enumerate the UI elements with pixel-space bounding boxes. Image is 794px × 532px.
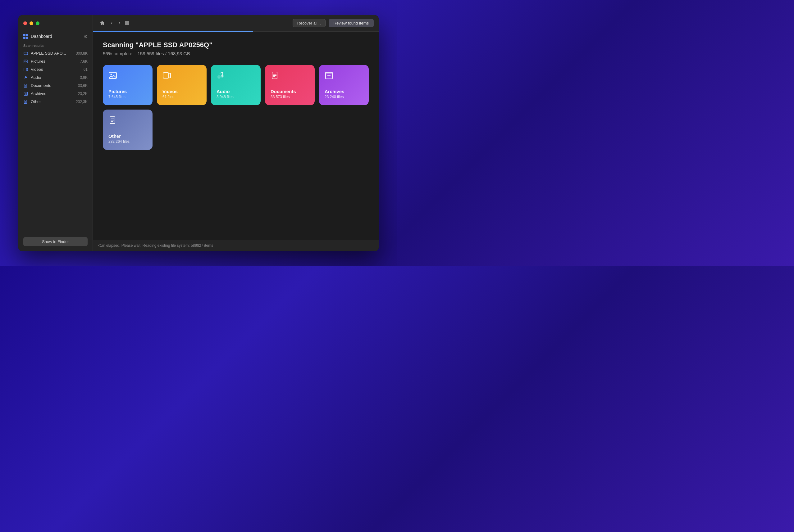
sidebar-item-audio[interactable]: Audio 3,9K bbox=[18, 74, 93, 82]
sidebar-item-count: 61 bbox=[84, 68, 88, 72]
card-name: Videos bbox=[163, 89, 201, 94]
svg-point-1 bbox=[27, 53, 27, 54]
spinner-icon: ⊛ bbox=[84, 34, 88, 39]
show-in-finder-button[interactable]: Show in Finder bbox=[23, 237, 88, 246]
sidebar-item-count: 33,6K bbox=[78, 83, 88, 88]
card-count: 33 573 files bbox=[271, 95, 309, 99]
svg-rect-4 bbox=[24, 68, 27, 71]
sidebar-item-name: Audio bbox=[31, 75, 41, 80]
dashboard-icon bbox=[23, 34, 28, 39]
svg-point-3 bbox=[25, 60, 25, 61]
svg-point-22 bbox=[218, 76, 220, 78]
card-audio[interactable]: Audio 3 948 files bbox=[211, 65, 261, 105]
audio-icon bbox=[23, 75, 28, 80]
forward-button[interactable]: › bbox=[117, 19, 122, 27]
pictures-icon bbox=[23, 59, 28, 64]
sidebar-item-pictures[interactable]: Pictures 7,6K bbox=[18, 57, 93, 65]
sidebar: Dashboard ⊛ Scan results APPLE SSD APO..… bbox=[18, 15, 93, 251]
sidebar-bottom: Show in Finder bbox=[18, 232, 93, 251]
pictures-card-icon bbox=[108, 71, 147, 82]
dashboard-row[interactable]: Dashboard ⊛ bbox=[18, 31, 93, 41]
card-count: 23 240 files bbox=[325, 95, 363, 99]
svg-rect-19 bbox=[109, 72, 116, 78]
minimize-button[interactable] bbox=[30, 21, 33, 25]
card-count: 232 264 files bbox=[108, 139, 147, 144]
other-card-icon bbox=[108, 116, 147, 127]
toolbar: ‹ › Recover all... Review found items bbox=[93, 15, 379, 31]
review-found-items-button[interactable]: Review found items bbox=[329, 19, 374, 27]
dashboard-label: Dashboard bbox=[31, 34, 52, 39]
recover-all-button[interactable]: Recover all... bbox=[293, 19, 326, 27]
scan-subtitle: 56% complete – 159 559 files / 168,93 GB bbox=[103, 51, 369, 56]
sidebar-item-other[interactable]: Other 232,3K bbox=[18, 98, 93, 106]
sidebar-item-name: Documents bbox=[31, 83, 51, 88]
other-icon bbox=[23, 99, 28, 104]
card-other[interactable]: Other 232 264 files bbox=[103, 110, 152, 150]
card-name: Archives bbox=[325, 89, 363, 94]
status-text: <1m elapsed. Please wait. Reading existi… bbox=[98, 243, 213, 248]
scan-results-label: Scan results bbox=[18, 44, 93, 48]
svg-point-6 bbox=[26, 77, 27, 78]
card-archives[interactable]: Archives 23 240 files bbox=[319, 65, 369, 105]
app-window: Dashboard ⊛ Scan results APPLE SSD APO..… bbox=[18, 15, 379, 251]
toolbar-right: Recover all... Review found items bbox=[293, 19, 374, 27]
svg-rect-21 bbox=[163, 73, 169, 78]
sidebar-item-documents[interactable]: Documents 33,6K bbox=[18, 82, 93, 90]
audio-card-icon bbox=[217, 71, 255, 82]
svg-rect-29 bbox=[326, 74, 332, 79]
sidebar-item-count: 7,6K bbox=[80, 59, 88, 64]
sidebar-item-name: Other bbox=[31, 99, 41, 104]
svg-rect-2 bbox=[24, 60, 27, 63]
documents-icon bbox=[23, 83, 28, 88]
cards-grid-top: Pictures 7 645 files Videos 61 files bbox=[103, 65, 369, 105]
card-count: 7 645 files bbox=[108, 95, 147, 99]
status-bar: <1m elapsed. Please wait. Reading existi… bbox=[93, 240, 379, 251]
sidebar-item-name: Pictures bbox=[31, 59, 45, 64]
toolbar-left: ‹ › bbox=[98, 19, 129, 27]
card-name: Audio bbox=[217, 89, 255, 94]
home-button[interactable] bbox=[98, 19, 107, 27]
documents-card-icon bbox=[271, 71, 309, 82]
card-videos[interactable]: Videos 61 files bbox=[157, 65, 207, 105]
sidebar-item-count: 300,8K bbox=[76, 51, 88, 56]
card-documents[interactable]: Documents 33 573 files bbox=[265, 65, 315, 105]
close-button[interactable] bbox=[23, 21, 27, 25]
card-name: Documents bbox=[271, 89, 309, 94]
card-pictures[interactable]: Pictures 7 645 files bbox=[103, 65, 152, 105]
stop-button[interactable] bbox=[125, 21, 129, 25]
sidebar-item-name: APPLE SSD APO... bbox=[31, 51, 66, 56]
sidebar-item-apple-ssd[interactable]: APPLE SSD APO... 300,8K bbox=[18, 49, 93, 57]
sidebar-item-count: 3,9K bbox=[80, 75, 88, 80]
maximize-button[interactable] bbox=[36, 21, 39, 25]
card-count: 3 948 files bbox=[217, 95, 255, 99]
sidebar-item-name: Archives bbox=[31, 91, 46, 96]
svg-point-5 bbox=[24, 78, 25, 78]
main-content: ‹ › Recover all... Review found items Sc… bbox=[93, 15, 379, 251]
videos-icon bbox=[23, 67, 28, 72]
scan-title: Scanning "APPLE SSD AP0256Q" bbox=[103, 41, 369, 49]
archives-icon bbox=[23, 91, 28, 96]
card-name: Other bbox=[108, 133, 147, 139]
archives-card-icon bbox=[325, 71, 363, 82]
titlebar bbox=[18, 15, 93, 31]
sidebar-item-archives[interactable]: Archives 23,2K bbox=[18, 90, 93, 98]
videos-card-icon bbox=[163, 71, 201, 82]
card-count: 61 files bbox=[163, 95, 201, 99]
cards-grid-bottom: Other 232 264 files bbox=[103, 110, 369, 150]
content-area: Scanning "APPLE SSD AP0256Q" 56% complet… bbox=[93, 32, 379, 240]
sidebar-item-count: 232,3K bbox=[76, 100, 88, 104]
sidebar-item-name: Videos bbox=[31, 67, 43, 72]
svg-point-20 bbox=[111, 74, 112, 75]
back-button[interactable]: ‹ bbox=[109, 19, 114, 27]
drive-icon bbox=[23, 51, 28, 56]
card-name: Pictures bbox=[108, 89, 147, 94]
sidebar-item-count: 23,2K bbox=[78, 92, 88, 96]
sidebar-item-videos[interactable]: Videos 61 bbox=[18, 65, 93, 74]
